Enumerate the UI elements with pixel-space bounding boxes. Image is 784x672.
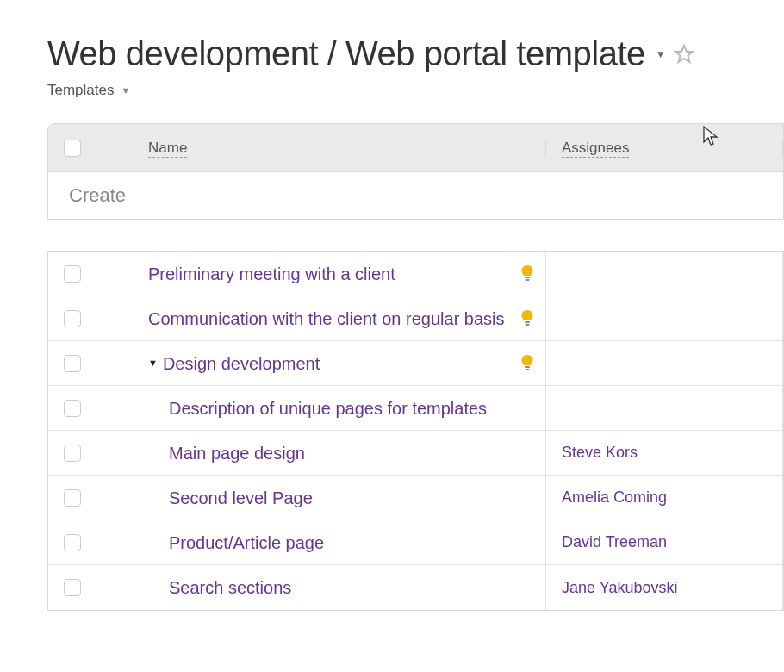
row-checkbox[interactable] (64, 445, 81, 462)
table-row: Design development (48, 341, 783, 386)
svg-rect-5 (525, 366, 530, 368)
task-table: Preliminary meeting with a clientCommuni… (47, 251, 784, 611)
select-all-checkbox[interactable] (64, 140, 81, 157)
table-row: Description of unique pages for template… (48, 386, 783, 431)
page-title: Web development / Web portal template ▼ (47, 34, 784, 73)
lightbulb-icon (518, 264, 537, 283)
row-checkbox[interactable] (64, 310, 81, 327)
templates-dropdown-label: Templates (47, 82, 114, 99)
assignee-name[interactable]: Steve Kors (562, 444, 638, 462)
lightbulb-icon (518, 354, 537, 373)
task-name-link[interactable]: Search sections (169, 576, 537, 599)
table-row: Communication with the client on regular… (48, 296, 783, 341)
task-name-link[interactable]: Communication with the client on regular… (148, 308, 511, 330)
create-task-input[interactable] (69, 184, 783, 207)
row-checkbox[interactable] (64, 400, 81, 417)
favorite-star-icon[interactable] (674, 44, 694, 65)
row-checkbox[interactable] (64, 355, 81, 372)
svg-rect-4 (526, 324, 530, 326)
row-checkbox[interactable] (64, 579, 81, 596)
column-header-assignees[interactable]: Assignees (562, 140, 629, 158)
task-name-link[interactable]: Second level Page (169, 487, 537, 509)
assignee-name[interactable]: Amelia Coming (562, 488, 667, 507)
column-header-name[interactable]: Name (148, 140, 187, 158)
create-row (48, 172, 783, 219)
row-checkbox[interactable] (64, 265, 81, 283)
task-name-link[interactable]: Main page design (169, 442, 537, 464)
table-row: Product/Article pageDavid Treeman (48, 520, 783, 565)
table-row: Search sectionsJane Yakubovski (48, 565, 783, 610)
lightbulb-icon (518, 309, 537, 328)
chevron-down-icon: ▼ (121, 85, 130, 96)
svg-rect-6 (526, 369, 530, 370)
table-row: Second level PageAmelia Coming (48, 476, 783, 520)
task-name-link[interactable]: Design development (148, 352, 511, 375)
svg-rect-1 (525, 277, 530, 278)
svg-rect-2 (526, 279, 530, 281)
task-name-link[interactable]: Product/Article page (169, 532, 537, 554)
task-name-link[interactable]: Preliminary meeting with a client (148, 263, 511, 285)
table-row: Preliminary meeting with a client (48, 252, 783, 296)
grid-header-row: Name Assignees (48, 124, 783, 172)
assignee-name[interactable]: David Treeman (562, 533, 667, 551)
table-row: Main page designSteve Kors (48, 431, 783, 476)
svg-marker-0 (675, 46, 693, 62)
row-checkbox[interactable] (64, 489, 81, 507)
task-name-link[interactable]: Description of unique pages for template… (169, 397, 537, 420)
assignee-name[interactable]: Jane Yakubovski (562, 579, 677, 597)
title-dropdown-caret[interactable]: ▼ (656, 48, 665, 60)
templates-dropdown[interactable]: Templates ▼ (47, 82, 784, 99)
svg-rect-3 (525, 321, 530, 323)
breadcrumb[interactable]: Web development / Web portal template (47, 34, 645, 73)
row-checkbox[interactable] (64, 534, 81, 551)
task-grid-header-block: Name Assignees (47, 123, 784, 220)
